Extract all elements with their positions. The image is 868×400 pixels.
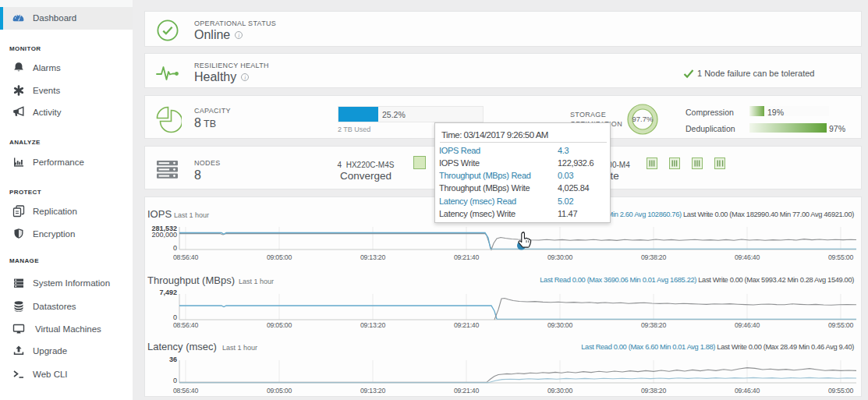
svg-text:97.7%: 97.7% xyxy=(632,115,654,123)
